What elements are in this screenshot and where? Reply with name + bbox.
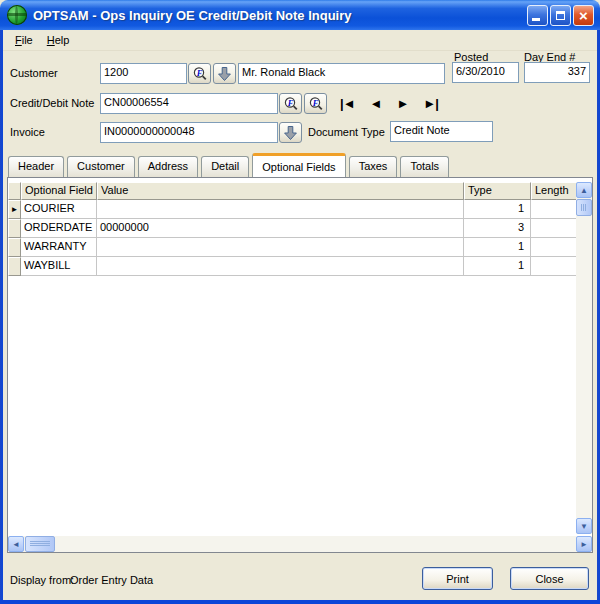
credit-debit-note-input[interactable]: CN00006554 bbox=[100, 93, 278, 114]
grid-header-row: Optional Field Value Type Length bbox=[8, 182, 577, 200]
cell-optional-field[interactable]: WARRANTY bbox=[21, 238, 97, 257]
column-header-length[interactable]: Length bbox=[531, 182, 577, 200]
cell-value[interactable] bbox=[97, 238, 464, 257]
finder-magnifier-icon: F bbox=[283, 96, 299, 112]
window-border-bottom bbox=[0, 600, 600, 604]
posted-field: 6/30/2010 bbox=[452, 62, 519, 83]
menu-help[interactable]: Help bbox=[40, 32, 77, 48]
cell-value[interactable] bbox=[97, 257, 464, 276]
window-border-left bbox=[0, 30, 3, 604]
vertical-scrollbar[interactable]: ▲ ▼ bbox=[576, 182, 592, 534]
column-header-type[interactable]: Type bbox=[464, 182, 531, 200]
app-window: OPTSAM - Ops Inquiry OE Credit/Debit Not… bbox=[0, 0, 600, 604]
note-zoom-button[interactable]: F bbox=[304, 93, 327, 114]
table-row[interactable]: ORDERDATE 00000000 3 bbox=[8, 219, 577, 238]
table-row[interactable]: ► COURIER 1 bbox=[8, 200, 577, 219]
titlebar: OPTSAM - Ops Inquiry OE Credit/Debit Not… bbox=[0, 0, 600, 30]
menubar: File Help bbox=[3, 30, 597, 51]
customer-drilldown-button[interactable] bbox=[213, 63, 236, 84]
column-header-optional-field[interactable]: Optional Field bbox=[21, 182, 97, 200]
day-end-field: 337 bbox=[524, 62, 590, 83]
customer-label: Customer bbox=[10, 67, 58, 79]
cell-type[interactable]: 1 bbox=[464, 238, 531, 257]
row-selector bbox=[8, 238, 21, 257]
finder-magnifier-icon: F bbox=[192, 66, 208, 82]
horizontal-scrollbar[interactable]: ◄ ► bbox=[8, 536, 592, 552]
chevron-down-icon: ▼ bbox=[580, 522, 588, 531]
nav-first-button[interactable]: |◄ bbox=[340, 96, 355, 111]
tab-detail[interactable]: Detail bbox=[201, 156, 249, 177]
note-finder-button[interactable]: F bbox=[279, 93, 302, 114]
credit-debit-note-label: Credit/Debit Note bbox=[10, 97, 94, 109]
horizontal-scroll-thumb[interactable] bbox=[25, 536, 55, 552]
nav-last-button[interactable]: ►| bbox=[423, 96, 438, 111]
menu-file[interactable]: File bbox=[8, 32, 40, 48]
cell-optional-field[interactable]: ORDERDATE bbox=[21, 219, 97, 238]
tab-header[interactable]: Header bbox=[8, 156, 64, 177]
scroll-left-button[interactable]: ◄ bbox=[8, 536, 24, 552]
window-title: OPTSAM - Ops Inquiry OE Credit/Debit Not… bbox=[33, 8, 527, 23]
tab-totals[interactable]: Totals bbox=[400, 156, 449, 177]
nav-next-button[interactable]: ► bbox=[396, 96, 408, 111]
close-button[interactable]: × bbox=[573, 5, 594, 26]
record-marker-icon: ► bbox=[8, 200, 21, 219]
cell-optional-field[interactable]: WAYBILL bbox=[21, 257, 97, 276]
scroll-up-button[interactable]: ▲ bbox=[576, 182, 592, 198]
cell-type[interactable]: 1 bbox=[464, 257, 531, 276]
table-row[interactable]: WARRANTY 1 bbox=[8, 238, 577, 257]
column-header-value[interactable]: Value bbox=[97, 182, 464, 200]
chevron-left-icon: ◄ bbox=[12, 540, 20, 549]
document-type-label: Document Type bbox=[308, 126, 385, 138]
close-dialog-button[interactable]: Close bbox=[510, 567, 589, 590]
minimize-icon bbox=[532, 18, 540, 21]
cell-value[interactable]: 00000000 bbox=[97, 219, 464, 238]
tab-address[interactable]: Address bbox=[138, 156, 198, 177]
table-row[interactable]: WAYBILL 1 bbox=[8, 257, 577, 276]
optional-fields-panel: Optional Field Value Type Length ► COURI… bbox=[7, 177, 593, 553]
minimize-button[interactable] bbox=[527, 5, 548, 26]
svg-text:F: F bbox=[286, 97, 293, 107]
optional-fields-grid: Optional Field Value Type Length ► COURI… bbox=[8, 182, 577, 276]
invoice-label: Invoice bbox=[10, 126, 45, 138]
tab-optional-fields[interactable]: Optional Fields bbox=[252, 153, 345, 177]
maximize-button[interactable] bbox=[550, 5, 571, 26]
cell-value[interactable] bbox=[97, 200, 464, 219]
scroll-down-button[interactable]: ▼ bbox=[576, 518, 592, 534]
maximize-icon bbox=[556, 11, 565, 20]
nav-previous-button[interactable]: ◄ bbox=[370, 96, 382, 111]
customer-finder-button[interactable]: F bbox=[188, 63, 211, 84]
customer-input[interactable]: 1200 bbox=[100, 63, 187, 84]
close-icon: × bbox=[579, 8, 588, 23]
cell-length[interactable] bbox=[531, 219, 577, 238]
vertical-scroll-thumb[interactable] bbox=[576, 199, 592, 216]
tab-bar: Header Customer Address Detail Optional … bbox=[8, 153, 452, 177]
tab-taxes[interactable]: Taxes bbox=[349, 156, 398, 177]
cell-length[interactable] bbox=[531, 200, 577, 219]
print-button[interactable]: Print bbox=[422, 567, 493, 590]
cell-type[interactable]: 1 bbox=[464, 200, 531, 219]
display-from-label: Display from: bbox=[10, 574, 74, 586]
down-arrow-icon bbox=[283, 125, 298, 141]
document-type-field: Credit Note bbox=[390, 121, 493, 142]
cell-optional-field[interactable]: COURIER bbox=[21, 200, 97, 219]
cell-length[interactable] bbox=[531, 238, 577, 257]
invoice-drilldown-button[interactable] bbox=[279, 122, 302, 143]
chevron-up-icon: ▲ bbox=[580, 186, 588, 195]
scroll-right-button[interactable]: ► bbox=[576, 536, 592, 552]
row-selector bbox=[8, 219, 21, 238]
finder-magnifier-icon: F bbox=[308, 96, 324, 112]
cell-length[interactable] bbox=[531, 257, 577, 276]
app-logo-icon bbox=[7, 5, 27, 25]
cell-type[interactable]: 3 bbox=[464, 219, 531, 238]
chevron-right-icon: ► bbox=[580, 540, 588, 549]
svg-text:F: F bbox=[195, 67, 202, 77]
down-arrow-icon bbox=[217, 66, 232, 82]
invoice-input[interactable]: IN0000000000048 bbox=[100, 122, 278, 143]
display-from-value: Order Entry Data bbox=[70, 574, 153, 586]
tab-customer[interactable]: Customer bbox=[67, 156, 135, 177]
svg-text:F: F bbox=[311, 97, 318, 107]
row-selector bbox=[8, 257, 21, 276]
grid-corner-cell bbox=[8, 182, 21, 200]
customer-name-display: Mr. Ronald Black bbox=[238, 63, 445, 84]
